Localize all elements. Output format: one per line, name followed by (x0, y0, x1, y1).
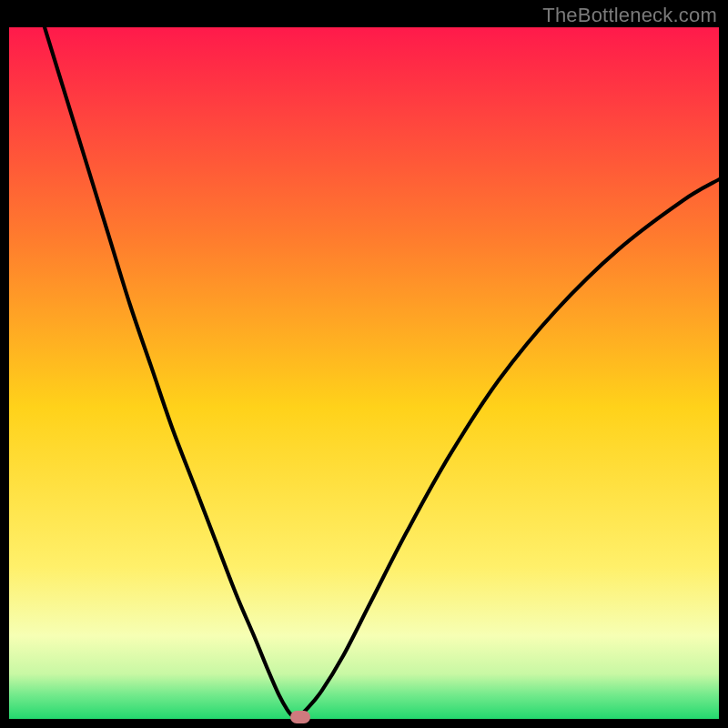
chart-frame (9, 27, 719, 719)
optimum-marker (290, 711, 310, 723)
bottleneck-chart (9, 27, 719, 719)
watermark-text: TheBottleneck.com (542, 4, 717, 27)
